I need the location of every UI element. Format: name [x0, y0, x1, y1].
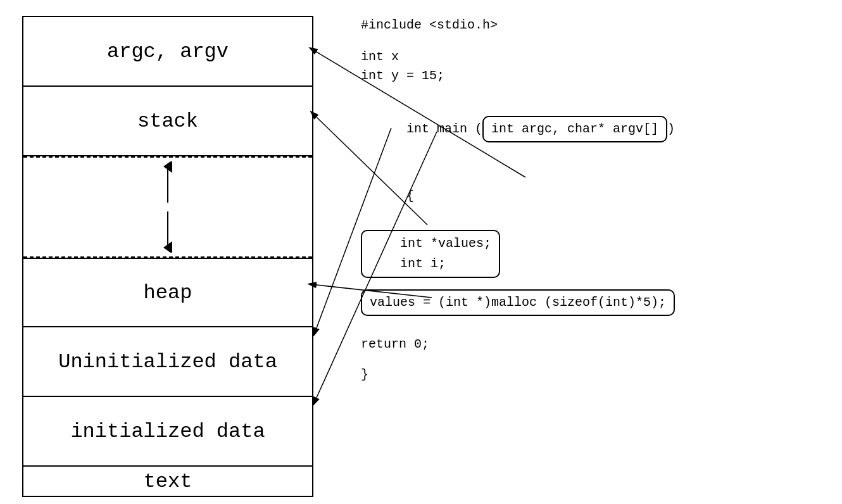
code-include: #include <stdio.h> — [361, 16, 675, 35]
segment-argc: argc, argv — [23, 17, 312, 87]
code-inty: int y = 15; — [361, 66, 675, 85]
segment-uninit-label: Uninitialized data — [58, 350, 277, 374]
segment-stack-label: stack — [137, 110, 198, 133]
memory-box: argc, argv stack — [22, 16, 313, 497]
code-malloc-box: values = (int *)malloc (sizeof(int)*5); — [361, 289, 675, 316]
segment-stack: stack — [23, 87, 312, 156]
code-area: #include <stdio.h> int x int y = 15; int… — [361, 16, 675, 384]
code-malloc-block: values = (int *)malloc (sizeof(int)*5); — [361, 289, 675, 316]
segment-uninit: Uninitialized data — [23, 327, 312, 397]
diagram-container: argc, argv stack — [6, 6, 836, 498]
dashed-top — [23, 156, 312, 158]
code-main-box: int argc, char* argv[] — [482, 116, 667, 142]
code-main-end: ) — [667, 122, 675, 136]
code-brace-close: } — [361, 365, 675, 384]
segment-heap-label: heap — [144, 281, 192, 305]
code-vars-block: int *values; int i; — [361, 230, 675, 278]
code-main: int main (int argc, char* argv[]) — [361, 97, 675, 161]
code-main-text: int main ( — [406, 122, 482, 136]
segment-gap — [23, 156, 312, 258]
double-arrow — [158, 156, 177, 258]
up-arrow-icon — [158, 161, 177, 206]
dashed-bottom — [23, 256, 312, 258]
code-intx: int x — [361, 47, 675, 66]
down-arrow-icon — [158, 208, 177, 253]
segment-init: initialized data — [23, 397, 312, 467]
segment-argc-label: argc, argv — [107, 40, 229, 63]
segment-text-label: text — [144, 470, 192, 493]
code-vars-box: int *values; int i; — [361, 230, 500, 278]
segment-text: text — [23, 467, 312, 496]
segment-heap: heap — [23, 258, 312, 327]
code-return: return 0; — [361, 335, 675, 354]
segment-init-label: initialized data — [70, 420, 265, 443]
code-brace-open: { — [361, 168, 675, 225]
